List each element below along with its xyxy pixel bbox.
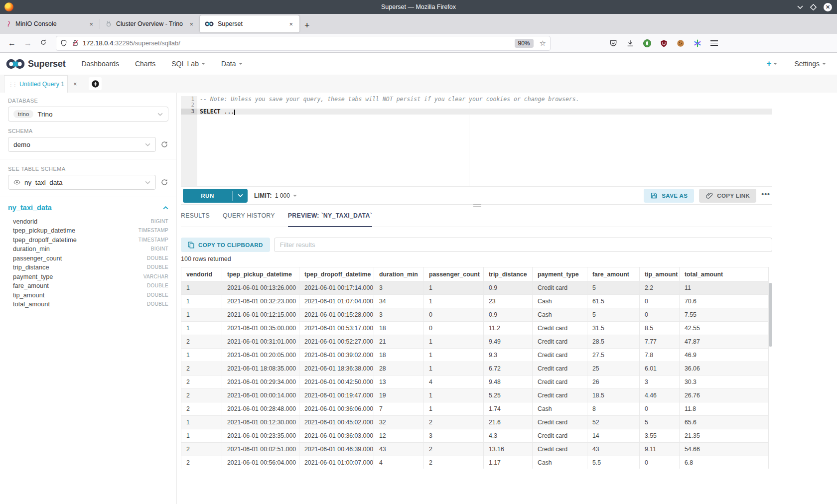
query-tab[interactable]: ⋮⋮ Untitled Query 1 ×: [4, 75, 68, 93]
tab-results[interactable]: RESULTS: [181, 212, 210, 227]
query-tab-close-icon[interactable]: ×: [73, 81, 77, 88]
table-cell: 42.55: [680, 322, 769, 335]
new-tab-button[interactable]: +: [304, 21, 310, 30]
column-header[interactable]: fare_amount: [587, 267, 640, 281]
table-row[interactable]: 22021-06-01 00:29:34.0002021-06-01 00:42…: [181, 376, 769, 389]
table-row[interactable]: 12021-06-01 00:20:05.0002021-06-01 00:39…: [181, 349, 769, 362]
table-row[interactable]: 12021-06-01 00:35:00.0002021-06-01 00:53…: [181, 322, 769, 335]
window-minimize-icon[interactable]: [797, 5, 803, 9]
table-cell: 18: [374, 322, 424, 335]
table-row[interactable]: 22021-06-01 00:31:01.0002021-06-01 00:52…: [181, 335, 769, 349]
table-cell: 8: [587, 402, 640, 416]
browser-tab-superset[interactable]: Superset ×: [200, 15, 299, 32]
table-row[interactable]: 12021-06-01 00:12:30.0002021-06-01 00:45…: [181, 416, 769, 429]
schema-column-row[interactable]: trip_distance DOUBLE: [13, 263, 168, 272]
column-header[interactable]: passenger_count: [424, 267, 484, 281]
add-new-button[interactable]: +: [766, 59, 777, 69]
add-query-tab-button[interactable]: [89, 77, 102, 90]
tab-close-icon[interactable]: ×: [188, 20, 195, 28]
column-header[interactable]: duration_min: [374, 267, 424, 281]
database-select[interactable]: trinoTrino: [8, 107, 168, 122]
cookie-manager-icon[interactable]: [677, 39, 685, 47]
schema-column-row[interactable]: payment_type VARCHAR: [13, 272, 168, 281]
refresh-table-icon[interactable]: [160, 178, 168, 186]
tab-query-history[interactable]: QUERY HISTORY: [223, 212, 275, 227]
table-schema-select[interactable]: ny_taxi_data: [8, 175, 156, 190]
extension-asterisk-icon[interactable]: [694, 39, 701, 47]
filter-results-input[interactable]: [274, 238, 772, 252]
zoom-level-badge[interactable]: 90%: [515, 39, 534, 48]
table-row[interactable]: 22021-06-01 00:02:51.0002021-06-01 00:46…: [181, 443, 769, 456]
nav-item-dashboards[interactable]: Dashboards: [81, 60, 119, 68]
schema-column-row[interactable]: fare_amount DOUBLE: [13, 281, 168, 291]
window-maximize-icon[interactable]: [810, 4, 817, 10]
table-cell: 31.5: [587, 322, 640, 335]
tab-preview-table[interactable]: PREVIEW: `NY_TAXI_DATA`: [288, 212, 372, 227]
back-button[interactable]: ←: [8, 39, 16, 48]
column-type: BIGINT: [151, 219, 168, 224]
table-row[interactable]: 12021-06-01 00:23:35.0002021-06-01 00:36…: [181, 429, 769, 443]
column-header[interactable]: trip_distance: [484, 267, 533, 281]
nav-item-data[interactable]: Data: [221, 60, 243, 68]
table-row[interactable]: 12021-06-01 00:12:15.0002021-06-01 00:15…: [181, 308, 769, 322]
extension-privacy-icon[interactable]: [643, 39, 651, 47]
sql-lab-main: 1 2 3 -- Note: Unless you save your quer…: [177, 93, 837, 504]
settings-menu[interactable]: Settings: [794, 60, 826, 68]
reload-button[interactable]: [40, 39, 47, 48]
schema-column-row[interactable]: tpep_dropoff_datetime TIMESTAMP: [13, 235, 168, 245]
downloads-icon[interactable]: [626, 39, 634, 47]
schema-column-row[interactable]: vendorid BIGINT: [13, 217, 168, 226]
column-header[interactable]: payment_type: [533, 267, 587, 281]
table-row[interactable]: 12021-06-01 00:13:26.0002021-06-01 00:17…: [181, 281, 769, 295]
ublock-origin-icon[interactable]: [660, 39, 668, 47]
save-as-button[interactable]: SAVE AS: [644, 189, 694, 203]
superset-brand[interactable]: Superset: [6, 59, 65, 69]
browser-tab-trino[interactable]: Cluster Overview - Trino ×: [100, 15, 200, 32]
row-limit-control[interactable]: LIMIT: 1 000: [254, 192, 297, 199]
pocket-icon[interactable]: [609, 39, 617, 47]
table-row[interactable]: 22021-06-01 00:28:48.0002021-06-01 00:36…: [181, 402, 769, 416]
schema-select[interactable]: demo: [8, 137, 156, 152]
schema-column-row[interactable]: duration_min BIGINT: [13, 245, 168, 254]
table-cell: 54.66: [680, 443, 769, 456]
schema-column-row[interactable]: passenger_count DOUBLE: [13, 253, 168, 263]
sql-editor[interactable]: 1 2 3 -- Note: Unless you save your quer…: [181, 96, 772, 186]
table-scrollbar[interactable]: [769, 283, 772, 347]
forward-button[interactable]: →: [24, 39, 32, 48]
copy-link-button[interactable]: COPY LINK: [699, 189, 756, 203]
column-header[interactable]: vendorid: [181, 267, 222, 281]
window-close-icon[interactable]: ✕: [824, 3, 832, 11]
schema-column-row[interactable]: tip_amount DOUBLE: [13, 290, 168, 300]
tracking-shield-icon[interactable]: [60, 39, 67, 47]
tab-close-icon[interactable]: ×: [287, 20, 294, 28]
table-row[interactable]: 22021-06-01 18:08:35.0002021-06-01 18:36…: [181, 362, 769, 376]
url-input[interactable]: 172.18.0.4:32295/superset/sqllab/ 90% ☆: [56, 36, 551, 51]
insecure-lock-icon[interactable]: [72, 39, 79, 47]
run-options-button[interactable]: [233, 189, 248, 203]
chevron-up-icon[interactable]: [163, 206, 168, 210]
copy-to-clipboard-button[interactable]: COPY TO CLIPBOARD: [181, 238, 270, 252]
refresh-schema-icon[interactable]: [160, 140, 168, 148]
schema-column-row[interactable]: total_amount DOUBLE: [13, 300, 168, 309]
table-schema-panel-header[interactable]: ny_taxi_data: [8, 204, 168, 212]
table-row[interactable]: 22021-06-01 00:56:04.0002021-06-01 01:00…: [181, 456, 769, 469]
browser-tab-minio[interactable]: MinIO Console ×: [0, 15, 100, 32]
more-options-button[interactable]: •••: [761, 190, 770, 198]
run-query-button[interactable]: RUN: [183, 189, 248, 203]
bookmark-star-icon[interactable]: ☆: [540, 39, 546, 48]
table-row[interactable]: 12021-06-01 00:32:23.0002021-06-01 01:07…: [181, 295, 769, 308]
column-header[interactable]: tpep_pickup_datetime: [222, 267, 299, 281]
table-row[interactable]: 22021-06-01 00:00:14.0002021-06-01 00:19…: [181, 389, 769, 402]
tab-close-icon[interactable]: ×: [88, 20, 95, 28]
schema-column-row[interactable]: tpep_pickup_datetime TIMESTAMP: [13, 226, 168, 236]
column-header[interactable]: total_amount: [680, 267, 769, 281]
column-header[interactable]: tpep_dropoff_datetime: [299, 267, 374, 281]
table-cell: 30.3: [680, 376, 769, 389]
editor-code-area[interactable]: -- Note: Unless you save your query, the…: [197, 96, 772, 186]
nav-item-charts[interactable]: Charts: [135, 60, 155, 68]
nav-item-sql-lab[interactable]: SQL Lab: [171, 60, 205, 68]
column-type: DOUBLE: [147, 283, 168, 288]
menu-icon[interactable]: [710, 40, 718, 46]
pane-resize-handle[interactable]: [473, 204, 481, 207]
column-header[interactable]: tip_amount: [640, 267, 680, 281]
